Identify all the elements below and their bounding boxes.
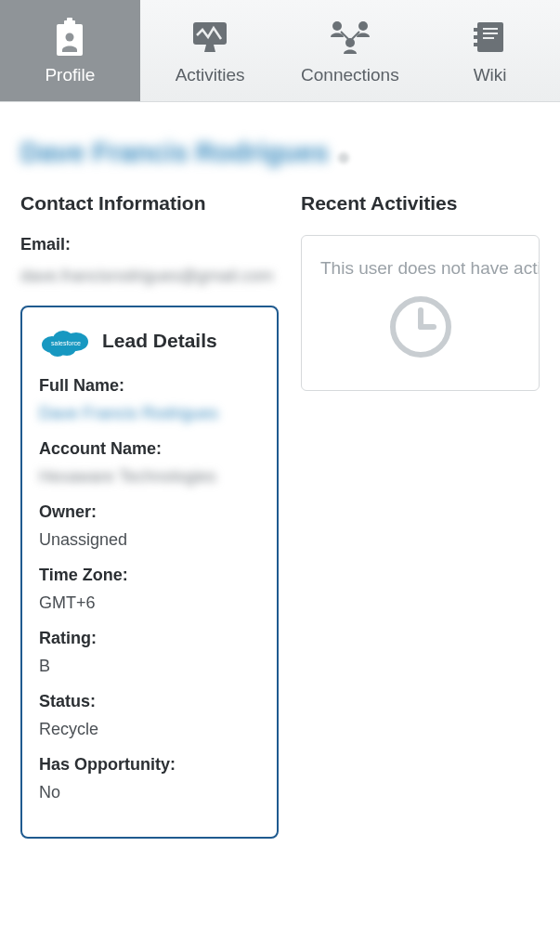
full-name-value[interactable]: Dave Francis Rodrigues — [39, 401, 260, 426]
right-column: Recent Activities This user does not hav… — [301, 192, 540, 839]
has-opportunity-value: No — [39, 780, 260, 805]
status-value: Recycle — [39, 717, 260, 742]
tab-label: Connections — [301, 65, 399, 85]
svg-text:salesforce: salesforce — [51, 340, 81, 346]
svg-rect-14 — [483, 28, 498, 30]
email-value: dave.francisrodrigues@gmail.com — [20, 264, 279, 289]
connections-icon — [326, 17, 374, 58]
content-area: Dave Francis Rodrigues Contact Informati… — [0, 102, 560, 866]
svg-rect-15 — [483, 33, 498, 34]
svg-point-5 — [332, 21, 342, 31]
tab-label: Profile — [45, 65, 95, 85]
tab-activities[interactable]: Activities — [140, 0, 280, 101]
clock-icon — [385, 292, 456, 362]
svg-rect-12 — [474, 35, 479, 39]
time-zone-value: GMT+6 — [39, 591, 260, 616]
owner-value: Unassigned — [39, 528, 260, 553]
salesforce-icon: salesforce — [39, 322, 93, 359]
tab-label: Wiki — [474, 65, 507, 85]
person-name: Dave Francis Rodrigues — [20, 137, 329, 168]
activities-section-title: Recent Activities — [301, 192, 540, 215]
full-name-label: Full Name: — [39, 376, 260, 396]
lead-details-card: salesforce Lead Details Full Name: Dave … — [20, 306, 279, 839]
tab-connections[interactable]: Connections — [280, 0, 421, 101]
left-column: Contact Information Email: dave.francisr… — [20, 192, 279, 839]
activities-empty-text: This user does not have activities — [320, 258, 520, 279]
tab-label: Activities — [176, 65, 245, 85]
account-name-label: Account Name: — [39, 439, 260, 459]
contact-section-title: Contact Information — [20, 192, 279, 215]
tab-bar: Profile Activities Connections — [0, 0, 560, 102]
account-name-value: Hexaware Technologies — [39, 464, 260, 489]
tab-wiki[interactable]: Wiki — [420, 0, 560, 101]
owner-label: Owner: — [39, 502, 260, 522]
profile-icon — [51, 17, 88, 58]
activities-empty-box: This user does not have activities — [301, 235, 540, 391]
svg-rect-13 — [474, 43, 479, 46]
status-label: Status: — [39, 692, 260, 711]
presence-dot-icon — [338, 152, 349, 163]
lead-details-title: Lead Details — [102, 330, 217, 352]
svg-point-7 — [345, 38, 355, 47]
svg-rect-2 — [67, 18, 72, 22]
svg-rect-11 — [474, 28, 479, 32]
svg-rect-16 — [483, 37, 494, 39]
tab-profile[interactable]: Profile — [0, 0, 140, 101]
has-opportunity-label: Has Opportunity: — [39, 755, 260, 775]
email-label: Email: — [20, 235, 279, 254]
svg-point-3 — [66, 33, 74, 41]
rating-value: B — [39, 654, 260, 679]
rating-label: Rating: — [39, 629, 260, 648]
activities-icon — [189, 17, 230, 58]
wiki-icon — [474, 17, 507, 58]
svg-point-6 — [358, 21, 368, 31]
time-zone-label: Time Zone: — [39, 566, 260, 585]
